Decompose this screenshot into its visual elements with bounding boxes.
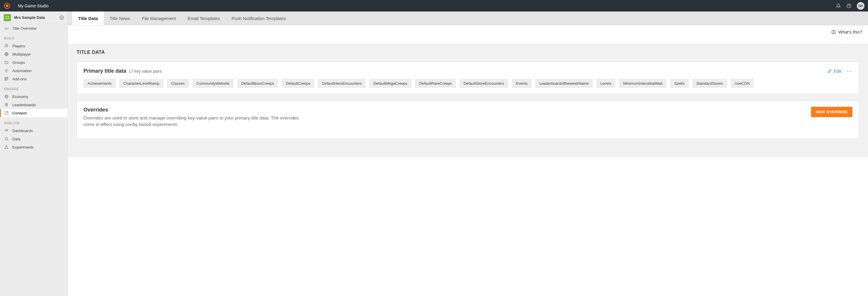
ellipsis-icon: ⋯ bbox=[846, 68, 852, 74]
svg-rect-17 bbox=[5, 77, 6, 79]
svg-rect-18 bbox=[7, 77, 8, 79]
main-scroll[interactable]: What's this? TITLE DATA Primary title da… bbox=[68, 25, 868, 296]
sidebar-item-label: Add-ons bbox=[12, 77, 26, 81]
sidebar-item-multiplayer[interactable]: Multiplayer bbox=[0, 50, 68, 58]
logo-icon[interactable] bbox=[3, 2, 10, 9]
sidebar-item-experiments[interactable]: Experiments bbox=[0, 143, 68, 151]
leaderboards-icon bbox=[4, 102, 9, 107]
card-header: Primary title data 17 key value pairs Ed… bbox=[84, 68, 852, 74]
key-chip[interactable]: DefaultStoreEncounters bbox=[459, 79, 508, 88]
key-chip[interactable]: Achievements bbox=[84, 79, 116, 88]
folder-icon bbox=[4, 60, 9, 65]
pencil-icon bbox=[828, 69, 832, 73]
page-heading: TITLE DATA bbox=[77, 50, 859, 55]
sidebar-item-label: Dashboards bbox=[12, 129, 33, 133]
more-menu-button[interactable]: ⋯ bbox=[846, 68, 852, 74]
title-tile-icon bbox=[3, 14, 11, 22]
topbar-left: My Game Studio bbox=[3, 2, 49, 9]
sidebar-item-content[interactable]: Content bbox=[0, 109, 68, 117]
key-chip[interactable]: MinimumInterstitialWait bbox=[619, 79, 666, 88]
svg-marker-1 bbox=[6, 4, 8, 7]
svg-point-29 bbox=[5, 137, 7, 140]
players-icon bbox=[4, 44, 9, 48]
addons-icon bbox=[4, 77, 9, 81]
dashboard-icon bbox=[4, 128, 9, 133]
svg-point-22 bbox=[5, 95, 8, 96]
key-chip[interactable]: DefaultHeroEncounters bbox=[318, 79, 366, 88]
gear-icon[interactable] bbox=[59, 15, 64, 20]
bar-chart-icon bbox=[4, 26, 9, 31]
sidebar-item-title-overview[interactable]: Title Overview bbox=[0, 24, 68, 32]
sidebar-item-label: Multiplayer bbox=[12, 52, 31, 56]
sidebar-item-label: Experiments bbox=[12, 145, 33, 150]
sidebar-item-automation[interactable]: Automation bbox=[0, 66, 68, 75]
tab-email-templates[interactable]: Email Templates bbox=[182, 11, 226, 25]
key-chip[interactable]: DefaultCreeps bbox=[282, 79, 314, 88]
sidebar-item-addons[interactable]: Add-ons bbox=[0, 75, 68, 83]
whats-this-link[interactable]: What's this? bbox=[831, 29, 862, 34]
flask-icon bbox=[4, 145, 9, 150]
key-chip[interactable]: CommunityWebsite bbox=[192, 79, 234, 88]
content-icon bbox=[4, 111, 9, 115]
page-body: TITLE DATA Primary title data 17 key val… bbox=[68, 44, 868, 157]
new-override-button[interactable]: NEW OVERRIDE bbox=[811, 107, 852, 117]
tab-file-management[interactable]: File Management bbox=[136, 11, 182, 25]
card-actions: Edit ⋯ bbox=[828, 68, 852, 74]
card-title-row: Primary title data 17 key value pairs bbox=[84, 68, 162, 74]
primary-title-data-card: Primary title data 17 key value pairs Ed… bbox=[77, 61, 859, 94]
sidebar-item-label: Data bbox=[12, 137, 20, 141]
tab-title-news[interactable]: Title News bbox=[104, 11, 136, 25]
sidebar-item-leaderboards[interactable]: Leaderboards bbox=[0, 101, 68, 109]
overrides-title: Overrides bbox=[84, 107, 301, 113]
edit-label: Edit bbox=[834, 69, 841, 74]
sidebar-item-dashboards[interactable]: Dashboards bbox=[0, 127, 68, 135]
card-count: 17 key value pairs bbox=[129, 69, 162, 74]
sidebar-section-analyze: ANALYZE bbox=[0, 117, 68, 127]
sidebar-item-players[interactable]: Players bbox=[0, 42, 68, 50]
overrides-description: Overrides are used to store and manage o… bbox=[84, 115, 301, 128]
key-chip[interactable]: UseCDN bbox=[731, 79, 754, 88]
globe-icon bbox=[4, 52, 9, 56]
avatar[interactable]: SH bbox=[857, 2, 865, 10]
sidebar: Mrs Sample Data Title Overview BUILD Pla… bbox=[0, 11, 68, 296]
sidebar-item-label: Title Overview bbox=[12, 26, 36, 31]
topbar-divider bbox=[14, 3, 14, 9]
book-icon bbox=[831, 30, 836, 34]
key-chip[interactable]: DefaultMegaCreeps bbox=[369, 79, 411, 88]
sidebar-item-label: Economy bbox=[12, 95, 28, 99]
svg-rect-19 bbox=[5, 79, 6, 80]
svg-line-30 bbox=[7, 139, 8, 140]
whats-this-row: What's this? bbox=[68, 25, 868, 44]
key-chip[interactable]: Spells bbox=[670, 79, 688, 88]
tab-title-data[interactable]: Title Data bbox=[72, 11, 104, 25]
bell-icon[interactable] bbox=[836, 3, 841, 8]
sidebar-title: Mrs Sample Data bbox=[14, 16, 56, 20]
sidebar-item-label: Automation bbox=[12, 69, 32, 73]
automation-icon bbox=[4, 68, 9, 73]
svg-point-12 bbox=[6, 45, 7, 46]
sidebar-item-label: Players bbox=[12, 44, 25, 48]
key-chip[interactable]: Classes bbox=[167, 79, 189, 88]
sidebar-item-label: Content bbox=[12, 111, 27, 115]
topbar-right: SH bbox=[836, 2, 865, 10]
key-chip[interactable]: Levels bbox=[596, 79, 616, 88]
card-title: Primary title data bbox=[84, 68, 126, 74]
help-icon[interactable] bbox=[846, 3, 851, 8]
tabs-bar: Title Data Title News File Management Em… bbox=[68, 11, 868, 25]
key-chip[interactable]: DefaultBossCreeps bbox=[237, 79, 278, 88]
key-chip[interactable]: CharacterLevelRamp bbox=[119, 79, 164, 88]
sidebar-item-groups[interactable]: Groups bbox=[0, 58, 68, 66]
studio-name[interactable]: My Game Studio bbox=[18, 3, 49, 8]
edit-button[interactable]: Edit bbox=[828, 69, 841, 74]
sidebar-item-label: Groups bbox=[12, 60, 25, 65]
key-chips: AchievementsCharacterLevelRampClassesCom… bbox=[84, 79, 852, 88]
svg-point-7 bbox=[61, 17, 62, 18]
tab-push-notification-templates[interactable]: Push Notification Templates bbox=[225, 11, 292, 25]
sidebar-item-data[interactable]: Data bbox=[0, 135, 68, 143]
key-chip[interactable]: LeaderboardoftheweekName bbox=[535, 79, 593, 88]
sidebar-item-economy[interactable]: Economy bbox=[0, 92, 68, 101]
key-chip[interactable]: StandardStores bbox=[692, 79, 727, 88]
svg-point-16 bbox=[6, 70, 7, 71]
key-chip[interactable]: Events bbox=[512, 79, 532, 88]
key-chip[interactable]: DefaultRareCreeps bbox=[415, 79, 456, 88]
